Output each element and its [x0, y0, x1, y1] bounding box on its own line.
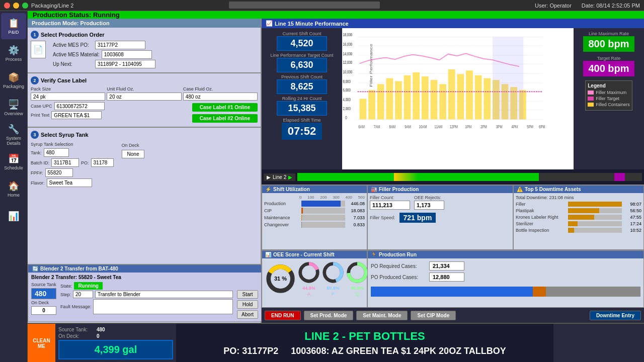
active-mes-po-input[interactable] [95, 41, 145, 49]
end-run-button[interactable]: END RUN [265, 311, 301, 320]
left-panel-header: Production Mode: Production [28, 19, 261, 28]
filler-count-value[interactable] [370, 201, 410, 210]
print-text-input[interactable] [51, 111, 102, 119]
abort-button[interactable]: Abort [237, 310, 258, 319]
sidebar: 📋 P&ID ⚙️ Process 📦 Packaging 🖥️ Overvie… [0, 11, 28, 362]
perf-header: 📈 Line 15 Minute Performance [262, 19, 644, 28]
sidebar-item-system[interactable]: 🔧 System Details [1, 122, 26, 148]
svg-rect-25 [395, 81, 402, 119]
svg-text:3PM: 3PM [496, 124, 503, 130]
sidebar-item-analytics[interactable]: 📊 [1, 203, 26, 229]
start-button[interactable]: Start [237, 290, 258, 299]
footer-left: Source Tank: 480 On Deck: 0 4,399 gal [55, 324, 176, 362]
fpf-input[interactable] [45, 168, 73, 177]
step3-num: 3 [31, 131, 39, 139]
downtime-sterilizer-val: 17:24 [624, 221, 641, 226]
svg-rect-31 [448, 69, 455, 120]
po-produced-value[interactable] [429, 273, 464, 282]
footer-material-value: 1003608: AZ GREEN TEA $1 24PK 20OZ TALLB… [291, 346, 506, 356]
case-label-2-button[interactable]: Case Label #2 Online [192, 114, 258, 123]
downtime-krones-val: 47:55 [624, 215, 641, 220]
blender-icon: 🔄 [32, 266, 38, 272]
schedule-icon: 📅 [8, 153, 19, 164]
pack-size-label: Pack Size [31, 86, 105, 92]
downtime-krones-name: Krones Labeler Right [516, 215, 566, 220]
oee-rejects-value[interactable] [414, 201, 444, 210]
flavor-input[interactable] [47, 178, 92, 187]
step-value[interactable] [73, 291, 93, 298]
po-required-row: PO Required Cases: [371, 261, 640, 270]
flavor-label: Flavor: [31, 180, 45, 186]
sidebar-item-pad[interactable]: 📋 P&ID [1, 13, 26, 39]
svg-text:16,000: 16,000 [343, 42, 353, 47]
current-shift-label: Current Shift Count [282, 31, 321, 36]
document-icon[interactable]: 📄 [31, 41, 46, 58]
util-row-maintenance: Maintenance 7.033 [264, 215, 365, 221]
system-icon: 🔧 [8, 124, 19, 135]
case-upc-label: Case UPC [31, 104, 52, 109]
sidebar-item-packaging[interactable]: 📦 Packaging [1, 67, 26, 94]
footer: CLEAN ME Source Tank: 480 On Deck: 0 4,3… [28, 323, 644, 362]
production-status: Production Status: Running [33, 11, 120, 19]
batch-id-input[interactable] [51, 158, 79, 167]
on-deck-blender-value: 0 [31, 306, 56, 315]
downtime-filler-val: 98:07 [624, 202, 641, 207]
case-fluid-oz-input[interactable] [183, 93, 258, 101]
po-required-value[interactable] [429, 261, 464, 270]
filler-production-panel: 🏭 Filler Production Filler Count: OEE [367, 185, 513, 250]
fpf-label: FPF#: [31, 170, 43, 175]
po-produced-label: PO Produced Cases: [371, 275, 426, 280]
hold-button[interactable]: Hold [237, 300, 258, 309]
legend-filler-max: Filler Maximum [596, 90, 626, 95]
svg-text:11AM: 11AM [434, 124, 442, 130]
step-desc-value[interactable] [95, 291, 233, 298]
step2-title: Verify Case Label [41, 77, 87, 83]
up-next-input[interactable] [95, 60, 155, 68]
oee-p-value: 69.6% [327, 286, 340, 291]
set-maint-mode-button[interactable]: Set Maint. Mode [356, 311, 408, 320]
sidebar-item-home[interactable]: 🏠 Home [1, 176, 26, 202]
sidebar-item-label: System Details [1, 136, 26, 146]
current-shift-value: 4,520 [277, 36, 327, 51]
svg-text:0: 0 [345, 115, 347, 121]
case-upc-input[interactable] [54, 102, 105, 110]
tank-input[interactable] [44, 148, 69, 157]
set-cip-mode-button[interactable]: Set CIP Mode [411, 311, 456, 320]
svg-text:2,000: 2,000 [343, 106, 351, 111]
util-production-label: Production [264, 201, 299, 206]
case-label-1-button[interactable]: Case Label #1 Online [192, 103, 258, 112]
maximize-button[interactable] [22, 3, 28, 9]
downtime-entry-button[interactable]: Downtime Entry [590, 311, 641, 320]
target-rate-label: Target Rate [583, 56, 634, 61]
unit-fluid-oz-input[interactable] [107, 93, 181, 101]
svg-rect-28 [422, 76, 429, 119]
set-prod-mode-button[interactable]: Set Prod. Mode [304, 311, 354, 320]
sidebar-item-process[interactable]: ⚙️ Process [1, 40, 26, 66]
home-icon: 🏠 [8, 180, 19, 192]
shift-util-title: Shift Utilization [273, 187, 310, 192]
prod-run-title: Production Run [379, 252, 417, 257]
source-tank-blender-label: Source Tank [31, 282, 56, 287]
filler-prod-header: 🏭 Filler Production [368, 186, 513, 193]
up-next-label: Up Next: [53, 61, 93, 67]
svg-rect-30 [439, 84, 446, 119]
print-text-label: Print Text [31, 113, 49, 118]
pack-size-input[interactable] [31, 93, 105, 101]
sidebar-item-overview[interactable]: 🖥️ Overview [1, 95, 26, 121]
active-mes-material-input[interactable] [102, 50, 152, 59]
util-maint-val: 7.033 [347, 215, 365, 220]
svg-text:12PM: 12PM [450, 124, 458, 130]
sidebar-item-schedule[interactable]: 📅 Schedule [1, 149, 26, 175]
status-bar: Production Status: Running [28, 11, 644, 19]
elapsed-label: Elapsed Shift Time [283, 118, 320, 123]
timeline-bar: ▶ Line 2 ▶ [262, 169, 644, 185]
po-input[interactable] [91, 158, 114, 167]
minimize-button[interactable] [13, 3, 19, 9]
none-button[interactable]: None [122, 150, 145, 158]
downtime-row-sterilizer: Sterilizer 17:24 [516, 221, 641, 226]
util-cip-label: CIP [264, 208, 299, 213]
blender-transfer-label: Blender 2 Transfer: 55820 - Sweet Tea [28, 273, 261, 282]
svg-text:4PM: 4PM [512, 124, 518, 130]
close-button[interactable] [4, 3, 10, 9]
downtime-bottle-name: Bottle Inspection [516, 228, 566, 233]
